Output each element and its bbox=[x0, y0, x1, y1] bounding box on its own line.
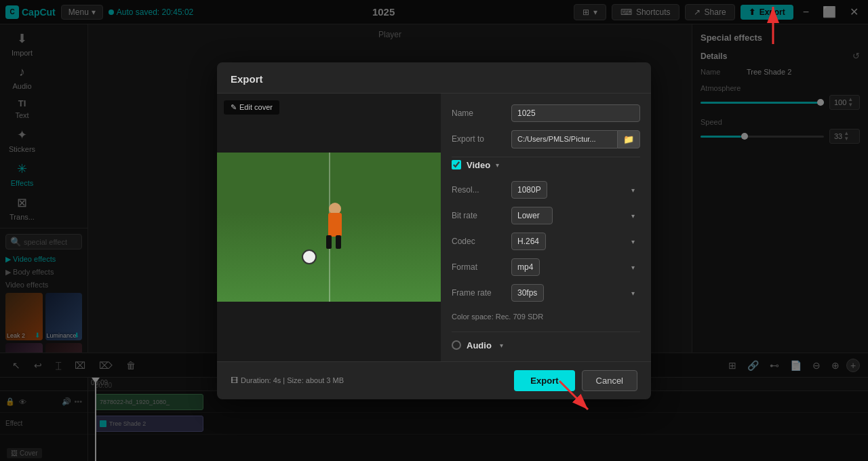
audio-checkbox[interactable] bbox=[452, 340, 461, 350]
edit-cover-label: Edit cover bbox=[239, 103, 273, 111]
modal-footer: 🎞 Duration: 4s | Size: about 3 MB Export… bbox=[217, 361, 651, 399]
edit-cover-button[interactable]: ✎ Edit cover bbox=[224, 100, 279, 115]
edit-cover-icon: ✎ bbox=[231, 103, 237, 112]
modal-export-button[interactable]: Export bbox=[514, 370, 574, 391]
modal-title: Export bbox=[231, 73, 263, 85]
resolution-row: Resol... 1080P 720P 4K ▾ bbox=[452, 181, 640, 199]
framerate-dropdown-wrap: 30fps 24fps 60fps ▾ bbox=[511, 284, 640, 302]
modal-header: Export bbox=[217, 62, 651, 94]
player-legs bbox=[326, 235, 341, 249]
name-field-label: Name bbox=[452, 108, 506, 118]
audio-divider bbox=[452, 332, 640, 332]
export-modal: Export ✎ bbox=[217, 62, 651, 399]
video-section-label: Video bbox=[467, 160, 490, 170]
codec-row: Codec H.264 H.265 ▾ bbox=[452, 233, 640, 250]
player-body bbox=[328, 213, 342, 237]
bitrate-row: Bit rate Lower Medium Higher ▾ bbox=[452, 207, 640, 224]
resolution-arrow-icon: ▾ bbox=[631, 186, 635, 193]
modal-body: ✎ Edit cover Name Export to 📁 bbox=[217, 94, 651, 361]
format-label: Format bbox=[452, 262, 506, 272]
format-row: Format mp4 mov ▾ bbox=[452, 258, 640, 276]
resolution-select[interactable]: 1080P 720P 4K bbox=[511, 181, 547, 199]
bitrate-dropdown-wrap: Lower Medium Higher ▾ bbox=[511, 207, 640, 224]
modal-cancel-button[interactable]: Cancel bbox=[582, 370, 637, 391]
video-section-toggle: Video ▾ bbox=[452, 157, 640, 173]
player-figure bbox=[318, 203, 352, 257]
path-input-wrap: 📁 bbox=[511, 130, 640, 148]
film-icon: 🎞 bbox=[231, 376, 238, 384]
codec-dropdown-wrap: H.264 H.265 ▾ bbox=[511, 233, 640, 250]
name-setting-row: Name bbox=[452, 104, 640, 122]
color-space-text: Color space: Rec. 709 SDR bbox=[452, 313, 543, 321]
framerate-row: Frame rate 30fps 24fps 60fps ▾ bbox=[452, 284, 640, 302]
audio-collapse-icon[interactable]: ▾ bbox=[500, 342, 503, 349]
modal-settings: Name Export to 📁 Video ▾ bbox=[441, 94, 651, 361]
bitrate-arrow-icon: ▾ bbox=[631, 212, 635, 219]
name-field[interactable] bbox=[511, 104, 640, 122]
modal-info: 🎞 Duration: 4s | Size: about 3 MB bbox=[231, 376, 344, 384]
codec-arrow-icon: ▾ bbox=[631, 237, 635, 245]
codec-select[interactable]: H.264 H.265 bbox=[511, 233, 546, 250]
format-dropdown-wrap: mp4 mov ▾ bbox=[511, 258, 640, 276]
framerate-label: Frame rate bbox=[452, 288, 506, 298]
modal-actions: Export Cancel bbox=[514, 370, 637, 391]
export-path-input[interactable] bbox=[511, 130, 617, 148]
player-right-leg bbox=[336, 235, 341, 249]
audio-section-toggle: Audio ▾ bbox=[452, 340, 640, 350]
color-space-row: Color space: Rec. 709 SDR bbox=[452, 310, 640, 323]
soccer-preview-image bbox=[217, 153, 441, 302]
resolution-label: Resol... bbox=[452, 185, 506, 195]
format-arrow-icon: ▾ bbox=[631, 263, 635, 270]
resolution-dropdown-wrap: 1080P 720P 4K ▾ bbox=[511, 181, 640, 199]
soccer-ball bbox=[302, 249, 317, 264]
duration-size-text: Duration: 4s | Size: about 3 MB bbox=[241, 376, 344, 384]
export-to-label: Export to bbox=[452, 134, 506, 144]
browse-button[interactable]: 📁 bbox=[617, 130, 640, 148]
bitrate-label: Bit rate bbox=[452, 211, 506, 220]
modal-overlay[interactable]: Export ✎ bbox=[0, 0, 868, 461]
player-left-leg bbox=[326, 235, 332, 249]
video-checkbox[interactable] bbox=[452, 160, 461, 169]
export-to-row: Export to 📁 bbox=[452, 130, 640, 148]
bitrate-select[interactable]: Lower Medium Higher bbox=[511, 207, 553, 224]
format-select[interactable]: mp4 mov bbox=[511, 258, 540, 276]
video-collapse-icon[interactable]: ▾ bbox=[496, 161, 499, 169]
framerate-arrow-icon: ▾ bbox=[631, 289, 635, 296]
modal-preview: ✎ Edit cover bbox=[217, 94, 441, 361]
audio-label: Audio bbox=[467, 340, 492, 350]
codec-label: Codec bbox=[452, 237, 506, 246]
framerate-select[interactable]: 30fps 24fps 60fps bbox=[511, 284, 544, 302]
